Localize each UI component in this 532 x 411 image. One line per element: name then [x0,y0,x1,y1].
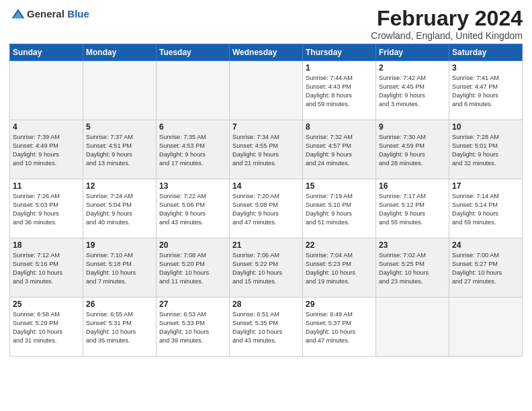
day-number: 23 [379,240,446,250]
logo-icon [11,7,26,21]
day-number: 26 [86,300,153,309]
day-number: 7 [232,122,300,132]
day-info: Sunrise: 7:32 AM Sunset: 4:57 PM Dayligh… [306,133,373,168]
day-number: 9 [379,122,446,132]
header-day-wednesday: Wednesday [230,44,303,61]
header-day-thursday: Thursday [303,44,376,61]
calendar-cell: 10Sunrise: 7:28 AM Sunset: 5:01 PM Dayli… [449,120,523,179]
day-info: Sunrise: 7:34 AM Sunset: 4:55 PM Dayligh… [232,133,300,168]
calendar-cell: 23Sunrise: 7:02 AM Sunset: 5:25 PM Dayli… [376,238,449,298]
day-info: Sunrise: 7:00 AM Sunset: 5:27 PM Dayligh… [452,251,519,286]
day-info: Sunrise: 7:14 AM Sunset: 5:14 PM Dayligh… [452,192,519,227]
day-info: Sunrise: 7:22 AM Sunset: 5:06 PM Dayligh… [159,192,226,227]
day-number: 27 [159,300,226,309]
day-number: 13 [159,181,226,191]
calendar-header-row: SundayMondayTuesdayWednesdayThursdayFrid… [10,44,523,61]
day-info: Sunrise: 6:51 AM Sunset: 5:35 PM Dayligh… [232,310,300,345]
calendar-cell: 21Sunrise: 7:06 AM Sunset: 5:22 PM Dayli… [230,238,303,298]
day-info: Sunrise: 7:30 AM Sunset: 4:59 PM Dayligh… [379,133,446,168]
day-number: 24 [452,240,519,250]
calendar-cell: 5Sunrise: 7:37 AM Sunset: 4:51 PM Daylig… [83,120,157,179]
day-info: Sunrise: 7:24 AM Sunset: 5:04 PM Dayligh… [86,192,153,227]
logo: General Blue [9,7,89,21]
day-number: 29 [306,300,373,309]
calendar-cell: 29Sunrise: 6:49 AM Sunset: 5:37 PM Dayli… [303,298,376,357]
month-title: February 2024 [371,7,523,30]
calendar-cell: 17Sunrise: 7:14 AM Sunset: 5:14 PM Dayli… [449,179,523,238]
day-info: Sunrise: 7:35 AM Sunset: 4:53 PM Dayligh… [159,133,226,168]
calendar-cell [83,61,157,120]
calendar-cell: 14Sunrise: 7:20 AM Sunset: 5:08 PM Dayli… [230,179,303,238]
calendar-cell [230,61,303,120]
day-number: 10 [452,122,519,132]
day-number: 20 [159,240,226,250]
day-number: 21 [232,240,300,250]
title-block: February 2024 Crowland, England, United … [371,7,523,41]
day-info: Sunrise: 6:49 AM Sunset: 5:37 PM Dayligh… [306,310,373,345]
day-info: Sunrise: 7:12 AM Sunset: 5:16 PM Dayligh… [13,251,80,286]
day-info: Sunrise: 7:28 AM Sunset: 5:01 PM Dayligh… [452,133,519,168]
calendar-week-4: 18Sunrise: 7:12 AM Sunset: 5:16 PM Dayli… [10,238,523,298]
day-number: 17 [452,181,519,191]
header-day-monday: Monday [83,44,157,61]
calendar-cell: 16Sunrise: 7:17 AM Sunset: 5:12 PM Dayli… [376,179,449,238]
calendar-cell: 2Sunrise: 7:42 AM Sunset: 4:45 PM Daylig… [376,61,449,120]
day-info: Sunrise: 6:58 AM Sunset: 5:29 PM Dayligh… [13,310,80,345]
calendar-cell: 15Sunrise: 7:19 AM Sunset: 5:10 PM Dayli… [303,179,376,238]
header-day-friday: Friday [376,44,449,61]
day-number: 6 [159,122,226,132]
day-info: Sunrise: 6:55 AM Sunset: 5:31 PM Dayligh… [86,310,153,345]
calendar-cell [376,298,449,357]
day-info: Sunrise: 7:41 AM Sunset: 4:47 PM Dayligh… [452,74,519,109]
calendar-week-5: 25Sunrise: 6:58 AM Sunset: 5:29 PM Dayli… [10,298,523,357]
day-info: Sunrise: 7:39 AM Sunset: 4:49 PM Dayligh… [13,133,80,168]
calendar-cell: 20Sunrise: 7:08 AM Sunset: 5:20 PM Dayli… [157,238,230,298]
header-day-tuesday: Tuesday [157,44,230,61]
day-number: 4 [13,122,80,132]
day-number: 12 [86,181,153,191]
calendar-cell: 7Sunrise: 7:34 AM Sunset: 4:55 PM Daylig… [230,120,303,179]
calendar-cell: 18Sunrise: 7:12 AM Sunset: 5:16 PM Dayli… [10,238,83,298]
day-number: 19 [86,240,153,250]
calendar-cell [449,298,523,357]
location: Crowland, England, United Kingdom [371,30,523,41]
calendar-cell [157,61,230,120]
calendar-cell: 28Sunrise: 6:51 AM Sunset: 5:35 PM Dayli… [230,298,303,357]
calendar-cell: 13Sunrise: 7:22 AM Sunset: 5:06 PM Dayli… [157,179,230,238]
day-info: Sunrise: 7:37 AM Sunset: 4:51 PM Dayligh… [86,133,153,168]
day-number: 15 [306,181,373,191]
day-number: 16 [379,181,446,191]
calendar-cell: 19Sunrise: 7:10 AM Sunset: 5:18 PM Dayli… [83,238,157,298]
day-info: Sunrise: 7:42 AM Sunset: 4:45 PM Dayligh… [379,74,446,109]
calendar-week-3: 11Sunrise: 7:26 AM Sunset: 5:03 PM Dayli… [10,179,523,238]
calendar-table: SundayMondayTuesdayWednesdayThursdayFrid… [9,44,523,357]
calendar-cell: 26Sunrise: 6:55 AM Sunset: 5:31 PM Dayli… [83,298,157,357]
calendar-cell: 3Sunrise: 7:41 AM Sunset: 4:47 PM Daylig… [449,61,523,120]
calendar-week-2: 4Sunrise: 7:39 AM Sunset: 4:49 PM Daylig… [10,120,523,179]
page-container: General Blue February 2024 Crowland, Eng… [0,0,532,361]
day-number: 14 [232,181,300,191]
day-number: 1 [306,63,373,73]
calendar-cell: 12Sunrise: 7:24 AM Sunset: 5:04 PM Dayli… [83,179,157,238]
calendar-cell: 1Sunrise: 7:44 AM Sunset: 4:43 PM Daylig… [303,61,376,120]
day-number: 28 [232,300,300,309]
header-day-saturday: Saturday [449,44,523,61]
day-number: 2 [379,63,446,73]
day-info: Sunrise: 7:08 AM Sunset: 5:20 PM Dayligh… [159,251,226,286]
calendar-cell: 6Sunrise: 7:35 AM Sunset: 4:53 PM Daylig… [157,120,230,179]
calendar-cell: 4Sunrise: 7:39 AM Sunset: 4:49 PM Daylig… [10,120,83,179]
day-info: Sunrise: 7:06 AM Sunset: 5:22 PM Dayligh… [232,251,300,286]
day-number: 5 [86,122,153,132]
logo-text-general: General [27,8,64,19]
day-info: Sunrise: 7:17 AM Sunset: 5:12 PM Dayligh… [379,192,446,227]
day-info: Sunrise: 7:19 AM Sunset: 5:10 PM Dayligh… [306,192,373,227]
day-number: 3 [452,63,519,73]
day-info: Sunrise: 7:44 AM Sunset: 4:43 PM Dayligh… [306,74,373,109]
day-info: Sunrise: 7:10 AM Sunset: 5:18 PM Dayligh… [86,251,153,286]
calendar-cell: 25Sunrise: 6:58 AM Sunset: 5:29 PM Dayli… [10,298,83,357]
calendar-cell: 24Sunrise: 7:00 AM Sunset: 5:27 PM Dayli… [449,238,523,298]
header: General Blue February 2024 Crowland, Eng… [9,7,523,41]
header-day-sunday: Sunday [10,44,83,61]
calendar-cell [10,61,83,120]
day-info: Sunrise: 7:04 AM Sunset: 5:23 PM Dayligh… [306,251,373,286]
